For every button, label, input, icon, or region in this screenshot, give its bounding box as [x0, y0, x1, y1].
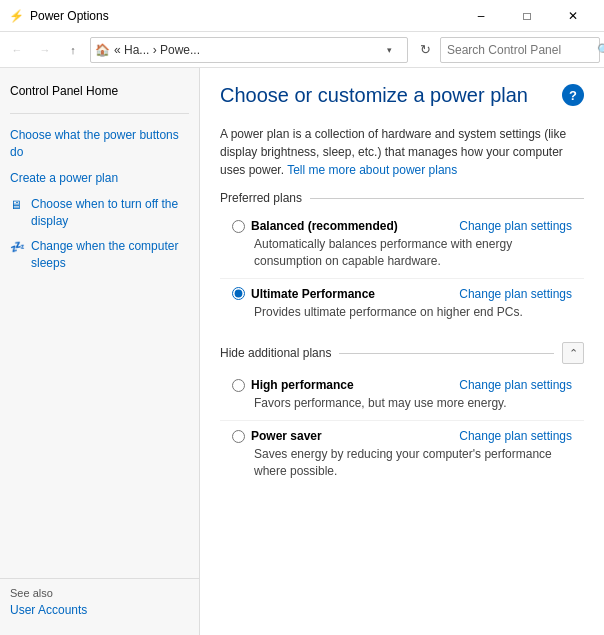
plan-item-high: High performance Change plan settings Fa… — [220, 370, 584, 421]
see-also-section: See also User Accounts — [0, 578, 199, 625]
see-also-user-accounts[interactable]: User Accounts — [10, 603, 189, 617]
plan-radio-ultimate[interactable]: Ultimate Performance — [232, 287, 375, 301]
plan-item-balanced-row: Balanced (recommended) Change plan setti… — [232, 219, 572, 233]
plan-item-saver: Power saver Change plan settings Saves e… — [220, 421, 584, 488]
content-description: A power plan is a collection of hardware… — [220, 125, 584, 179]
plan-change-ultimate[interactable]: Change plan settings — [459, 287, 572, 301]
content-area: Choose or customize a power plan ? A pow… — [200, 68, 604, 635]
search-box: 🔍 — [440, 37, 600, 63]
address-dropdown-icon[interactable]: ▾ — [387, 45, 403, 55]
plan-name-high: High performance — [251, 378, 354, 392]
nav-bar: ← → ↑ 🏠 « Ha... › Powe... ▾ ↻ 🔍 — [0, 32, 604, 68]
back-button[interactable]: ← — [4, 37, 30, 63]
radio-high[interactable] — [232, 379, 245, 392]
plan-radio-balanced[interactable]: Balanced (recommended) — [232, 219, 398, 233]
close-button[interactable]: ✕ — [550, 0, 596, 32]
search-input[interactable] — [447, 43, 597, 57]
plan-item-saver-row: Power saver Change plan settings — [232, 429, 572, 443]
additional-plans-line — [339, 353, 554, 354]
sidebar-spacer — [0, 275, 199, 578]
plan-item-ultimate: Ultimate Performance Change plan setting… — [220, 279, 584, 329]
plan-radio-high[interactable]: High performance — [232, 378, 354, 392]
content-header: Choose or customize a power plan ? — [220, 84, 584, 117]
see-also-label: See also — [10, 587, 189, 599]
sidebar-divider — [10, 113, 189, 114]
control-panel-home[interactable]: Control Panel Home — [0, 78, 199, 105]
window-controls: – □ ✕ — [458, 0, 596, 32]
preferred-plans-section: Preferred plans Balanced (recommended) C… — [220, 191, 584, 328]
plan-radio-saver[interactable]: Power saver — [232, 429, 322, 443]
additional-plans-header: Hide additional plans ⌃ — [220, 342, 584, 364]
plan-change-balanced[interactable]: Change plan settings — [459, 219, 572, 233]
plan-desc-high: Favors performance, but may use more ene… — [254, 395, 572, 412]
search-icon: 🔍 — [597, 43, 604, 57]
window-title: Power Options — [30, 9, 458, 23]
up-button[interactable]: ↑ — [60, 37, 86, 63]
radio-balanced[interactable] — [232, 220, 245, 233]
plan-name-saver: Power saver — [251, 429, 322, 443]
plan-item-balanced: Balanced (recommended) Change plan setti… — [220, 211, 584, 279]
sidebar-item-create-plan[interactable]: Create a power plan — [0, 165, 199, 192]
sidebar-item-display[interactable]: 🖥 Choose when to turn off the display — [0, 192, 199, 234]
sidebar-item-sleep[interactable]: 💤 Change when the computer sleeps — [0, 234, 199, 276]
plan-item-high-row: High performance Change plan settings — [232, 378, 572, 392]
maximize-button[interactable]: □ — [504, 0, 550, 32]
additional-plans-label: Hide additional plans — [220, 346, 331, 360]
forward-button[interactable]: → — [32, 37, 58, 63]
radio-saver[interactable] — [232, 430, 245, 443]
sleep-icon: 💤 — [10, 239, 26, 255]
sidebar: Control Panel Home Choose what the power… — [0, 68, 200, 635]
preferred-plans-header: Preferred plans — [220, 191, 584, 205]
refresh-button[interactable]: ↻ — [412, 37, 438, 63]
minimize-button[interactable]: – — [458, 0, 504, 32]
preferred-plans-label: Preferred plans — [220, 191, 302, 205]
plan-change-high[interactable]: Change plan settings — [459, 378, 572, 392]
plan-name-ultimate: Ultimate Performance — [251, 287, 375, 301]
main-layout: Control Panel Home Choose what the power… — [0, 68, 604, 635]
plan-desc-balanced: Automatically balances performance with … — [254, 236, 572, 270]
plan-item-ultimate-row: Ultimate Performance Change plan setting… — [232, 287, 572, 301]
address-bar[interactable]: 🏠 « Ha... › Powe... ▾ — [90, 37, 408, 63]
display-icon: 🖥 — [10, 197, 26, 213]
collapse-additional-button[interactable]: ⌃ — [562, 342, 584, 364]
plan-desc-ultimate: Provides ultimate performance on higher … — [254, 304, 572, 321]
address-text: « Ha... › Powe... — [114, 43, 387, 57]
app-icon: ⚡ — [8, 8, 24, 24]
plan-change-saver[interactable]: Change plan settings — [459, 429, 572, 443]
radio-ultimate[interactable] — [232, 287, 245, 300]
plan-desc-saver: Saves energy by reducing your computer's… — [254, 446, 572, 480]
title-bar: ⚡ Power Options – □ ✕ — [0, 0, 604, 32]
preferred-plans-line — [310, 198, 584, 199]
learn-more-link[interactable]: Tell me more about power plans — [287, 163, 457, 177]
address-icon: 🏠 — [95, 43, 110, 57]
help-button[interactable]: ? — [562, 84, 584, 106]
plan-name-balanced: Balanced (recommended) — [251, 219, 398, 233]
page-title: Choose or customize a power plan — [220, 84, 528, 107]
sidebar-item-power-buttons[interactable]: Choose what the power buttons do — [0, 122, 199, 166]
